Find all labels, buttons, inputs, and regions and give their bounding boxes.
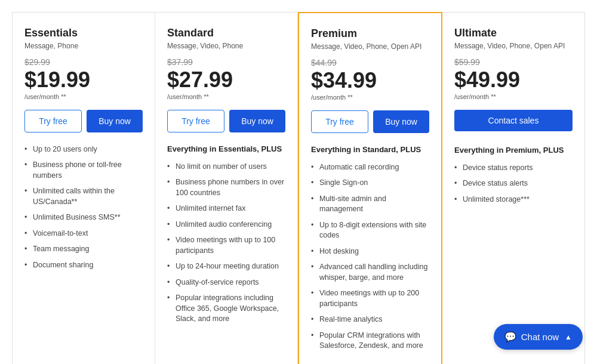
feature-item: Up to 8-digit extensions with site codes (311, 220, 429, 241)
plus-label: Everything in Essentials, PLUS (167, 144, 285, 153)
buy-now-button[interactable]: Buy now (373, 110, 429, 133)
plan-subtitle: Message, Video, Phone (167, 42, 285, 50)
feature-item: Advanced call handling including whisper… (311, 262, 429, 283)
feature-item: Video meetings with up to 100 participan… (167, 235, 285, 256)
feature-item: Popular CRM integrations with Salesforce… (311, 331, 429, 351)
plan-subtitle: Message, Phone (24, 42, 143, 50)
feature-item: Unlimited internet fax (167, 203, 285, 214)
feature-item: Document sharing (24, 260, 143, 271)
feature-item: Up to 20 users only (24, 144, 143, 155)
current-price: $19.99 (24, 68, 143, 92)
feature-item: Unlimited storage*** (454, 195, 573, 205)
buy-now-button[interactable]: Buy now (87, 110, 143, 132)
feature-item: Business phone or toll-free numbers (24, 160, 143, 181)
plan-buttons: Try free Buy now (311, 110, 429, 133)
feature-item: Business phone numbers in over 100 count… (167, 177, 285, 198)
feature-item: Unlimited Business SMS** (24, 212, 143, 223)
feature-list: Device status reportsDevice status alert… (454, 163, 573, 205)
plan-card-premium: Premium Message, Video, Phone, Open API … (298, 12, 442, 364)
feature-item: Device status reports (454, 163, 573, 174)
feature-item: Quality-of-service reports (167, 277, 285, 288)
feature-item: Unlimited audio conferencing (167, 220, 285, 230)
plan-card-essentials: Essentials Message, Phone $29.99 $19.99 … (12, 12, 155, 364)
contact-sales-button[interactable]: Contact sales (454, 110, 573, 131)
plan-card-ultimate: Ultimate Message, Video, Phone, Open API… (442, 12, 585, 364)
feature-item: Team messaging (24, 244, 143, 255)
chat-label: Chat now (521, 332, 559, 342)
chat-icon: 💬 (504, 331, 516, 343)
chat-now-button[interactable]: 💬 Chat now ▲ (494, 324, 583, 350)
plus-label: Everything in Standard, PLUS (311, 145, 429, 154)
feature-item: Device status alerts (454, 178, 573, 189)
try-free-button[interactable]: Try free (311, 110, 368, 133)
price-note: /user/month ** (311, 94, 429, 101)
price-note: /user/month ** (454, 93, 573, 100)
price-note: /user/month ** (24, 93, 143, 100)
original-price: $29.99 (24, 57, 143, 67)
feature-list: Automatic call recordingSingle Sign-onMu… (311, 162, 429, 351)
feature-item: Up to 24-hour meeting duration (167, 261, 285, 272)
plan-subtitle: Message, Video, Phone, Open API (311, 42, 429, 51)
plan-buttons: Try free Buy now (24, 110, 143, 132)
plan-name: Ultimate (454, 27, 573, 39)
current-price: $34.99 (311, 69, 429, 92)
feature-item: Popular integrations including Office 36… (167, 293, 285, 325)
try-free-button[interactable]: Try free (24, 110, 82, 132)
feature-list: Up to 20 users onlyBusiness phone or tol… (24, 144, 143, 271)
plan-buttons: Try free Buy now (167, 110, 285, 132)
current-price: $49.99 (454, 68, 573, 92)
plan-name: Standard (167, 27, 285, 39)
plan-subtitle: Message, Video, Phone, Open API (454, 42, 573, 50)
feature-item: Video meetings with up to 200 participan… (311, 288, 429, 309)
buy-now-button[interactable]: Buy now (229, 110, 285, 132)
original-price: $44.99 (311, 58, 429, 67)
original-price: $37.99 (167, 57, 285, 67)
chevron-up-icon: ▲ (565, 333, 572, 341)
feature-item: Hot desking (311, 246, 429, 257)
feature-item: Multi-site admin and management (311, 194, 429, 215)
feature-item: Real-time analytics (311, 314, 429, 325)
price-note: /user/month ** (167, 93, 285, 100)
feature-item: Single Sign-on (311, 178, 429, 189)
pricing-table: Essentials Message, Phone $29.99 $19.99 … (12, 12, 585, 364)
feature-item: Voicemail-to-text (24, 229, 143, 239)
plan-name: Essentials (24, 27, 143, 39)
current-price: $27.99 (167, 68, 285, 92)
feature-item: No limit on number of users (167, 162, 285, 172)
plus-label: Everything in Premium, PLUS (454, 146, 573, 155)
try-free-button[interactable]: Try free (167, 110, 224, 132)
original-price: $59.99 (454, 57, 573, 67)
feature-item: Unlimited calls within the US/Canada** (24, 186, 143, 207)
feature-item: Automatic call recording (311, 162, 429, 173)
plan-name: Premium (311, 27, 429, 40)
plan-card-standard: Standard Message, Video, Phone $37.99 $2… (155, 12, 298, 364)
feature-list: No limit on number of usersBusiness phon… (167, 162, 285, 325)
